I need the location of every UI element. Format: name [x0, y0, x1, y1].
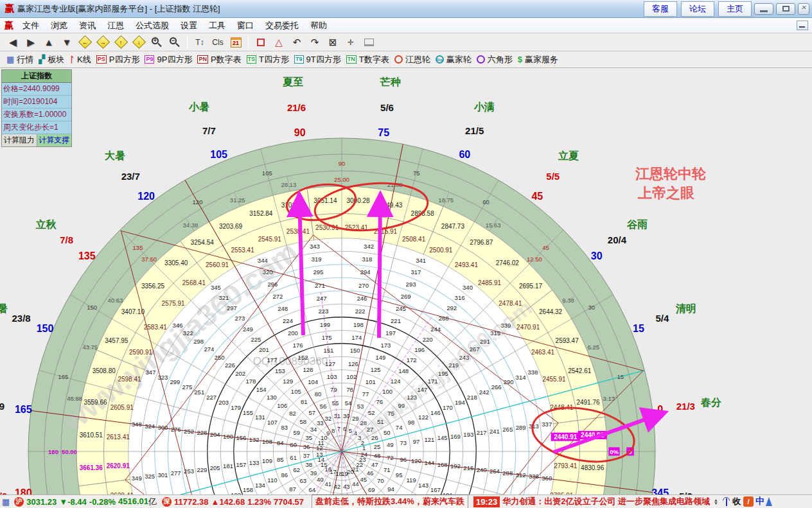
calc-resistance-button[interactable]: 计算阻力	[2, 134, 37, 146]
svg-text:2949.43: 2949.43	[379, 202, 403, 209]
degree-label-150: 150	[37, 323, 54, 334]
svg-text:25: 25	[374, 443, 381, 450]
ticker-scroll-buttons[interactable]: ▲▼	[714, 498, 718, 505]
date-label-120: 23/7	[121, 171, 140, 182]
quote-grid-icon[interactable]: ▦	[2, 497, 10, 507]
svg-text:2440.91: 2440.91	[554, 434, 578, 441]
svg-text:3254.54: 3254.54	[191, 239, 215, 246]
quotes-button[interactable]: ▦行情	[6, 54, 33, 66]
ime-indicator[interactable]: 中	[755, 496, 764, 507]
svg-text:290: 290	[504, 378, 514, 385]
zoom-in-icon[interactable]: +	[148, 35, 165, 50]
svg-text:28.13: 28.13	[281, 181, 296, 188]
menu-8[interactable]: 交易委托	[260, 19, 304, 32]
square-tool-icon[interactable]	[252, 35, 269, 50]
rotate-cw-icon[interactable]: ↷	[306, 35, 323, 50]
svg-text:294: 294	[360, 268, 371, 276]
peak-down-icon[interactable]: ▼	[58, 35, 75, 50]
menu-2[interactable]: 资讯	[73, 19, 102, 32]
date-label-30: 20/4	[608, 234, 627, 245]
kline-button[interactable]: ᛚK线	[69, 54, 91, 66]
home-link-button[interactable]: 主页	[718, 1, 752, 17]
date-label-180: 23/9	[0, 491, 7, 495]
kline-icon: ᛚ	[69, 55, 75, 64]
svg-text:7: 7	[337, 425, 340, 432]
svg-text:2628.41: 2628.41	[110, 492, 134, 495]
gann-wheel-svg[interactable]: www.yingjia360.comwww.yingjia360.comQQ:1…	[0, 68, 812, 495]
winner-service-button[interactable]: $赢家服务	[518, 54, 558, 66]
winner-wheel-button[interactable]: Big赢家轮	[436, 54, 472, 66]
tray-app-icon[interactable]: /	[743, 496, 754, 507]
menu-5[interactable]: 设置	[175, 19, 203, 32]
menu-7[interactable]: 窗口	[231, 19, 260, 32]
t-range-icon[interactable]: T↕	[191, 35, 208, 50]
box-x-icon[interactable]: ⊠	[324, 35, 341, 50]
forward-icon[interactable]: ▶	[22, 35, 39, 50]
svg-text:202: 202	[235, 370, 245, 377]
service-link-button[interactable]: 客服	[644, 1, 677, 17]
rotate-ccw-icon[interactable]: ↶	[288, 35, 305, 50]
menu-6[interactable]: 工具	[203, 19, 231, 32]
tool-bar-icons: ◀▶▲▼←→↑↓+−T↕Cls21△↶↷⊠✛	[0, 33, 812, 51]
svg-text:135: 135	[133, 244, 143, 251]
degree-label-165: 165	[15, 404, 32, 415]
svg-text:28: 28	[360, 419, 367, 426]
sectors-button[interactable]: ▞板块	[39, 54, 64, 66]
svg-text:172: 172	[407, 356, 417, 363]
gann-wheel-button[interactable]: 江恩轮	[394, 54, 430, 66]
svg-text:24: 24	[360, 451, 367, 458]
svg-text:153: 153	[275, 367, 285, 374]
p-square-button[interactable]: PSP四方形	[96, 54, 140, 66]
menu-4[interactable]: 公式选股	[130, 19, 175, 32]
p-table-button[interactable]: PNP数字表	[197, 54, 241, 66]
svg-text:15: 15	[617, 373, 624, 380]
svg-text:107: 107	[267, 419, 278, 426]
maximize-button[interactable]	[776, 3, 795, 15]
diamond-up-icon[interactable]: ↑	[112, 35, 129, 50]
svg-text:225: 225	[251, 336, 261, 343]
svg-text:265: 265	[502, 426, 513, 433]
svg-text:340: 340	[463, 284, 473, 291]
center-cross-icon[interactable]: ✛	[342, 35, 359, 50]
svg-text:131: 131	[255, 414, 265, 421]
svg-text:106: 106	[277, 402, 287, 409]
calc-support-button[interactable]: 计算支撑	[37, 134, 72, 146]
t-table-button[interactable]: TNT数字表	[346, 54, 389, 66]
screen-icon[interactable]	[360, 35, 377, 50]
calendar-icon[interactable]: 21	[227, 35, 244, 50]
forum-link-button[interactable]: 论坛	[681, 1, 714, 17]
p9-square-button[interactable]: P99P四方形	[145, 54, 192, 66]
t-square-button[interactable]: TST四方形	[247, 54, 289, 66]
back-icon[interactable]: ◀	[4, 35, 21, 50]
blocks-icon: ▞	[39, 55, 45, 64]
svg-text:248: 248	[278, 305, 288, 312]
svg-text:52: 52	[368, 409, 375, 416]
ticker-message[interactable]: 盘前走低，特斯拉跌3.44%，蔚来汽车跌	[312, 495, 468, 508]
news-message[interactable]: 华力创通：出资2亿设立子公司 进一步聚焦集成电路领域	[502, 496, 710, 507]
minimize-button[interactable]	[754, 3, 773, 15]
child-minimize-button[interactable]	[797, 21, 808, 30]
t9-square-button[interactable]: T99T四方形	[294, 54, 341, 66]
svg-text:111: 111	[278, 493, 287, 495]
diamond-down-icon[interactable]: ↓	[130, 35, 147, 50]
menu-0[interactable]: 文件	[17, 19, 45, 32]
hexagon-button[interactable]: 六角形	[477, 54, 513, 66]
menu-9[interactable]: 帮助	[304, 19, 333, 32]
solar-term-105: 小暑	[188, 101, 209, 112]
diamond-right-icon[interactable]: →	[94, 35, 111, 50]
svg-text:6.25: 6.25	[587, 344, 599, 351]
svg-text:217: 217	[477, 429, 487, 436]
menu-3[interactable]: 江恩	[102, 19, 130, 32]
svg-text:118: 118	[396, 493, 406, 495]
peak-up-icon[interactable]: ▲	[40, 35, 57, 50]
menu-1[interactable]: 浏览	[45, 19, 73, 32]
triangle-tool-icon[interactable]: △	[270, 35, 287, 50]
svg-text:57: 57	[308, 409, 315, 416]
close-button[interactable]	[798, 3, 809, 15]
gann-wheel-chart[interactable]: www.yingjia360.comwww.yingjia360.comQQ:1…	[0, 68, 812, 495]
zoom-out-icon[interactable]: −	[166, 35, 183, 50]
svg-text:196: 196	[414, 346, 425, 353]
diamond-left-icon[interactable]: ←	[76, 35, 93, 50]
svg-text:3610.51: 3610.51	[80, 432, 103, 439]
cls-button[interactable]: Cls	[209, 35, 226, 50]
